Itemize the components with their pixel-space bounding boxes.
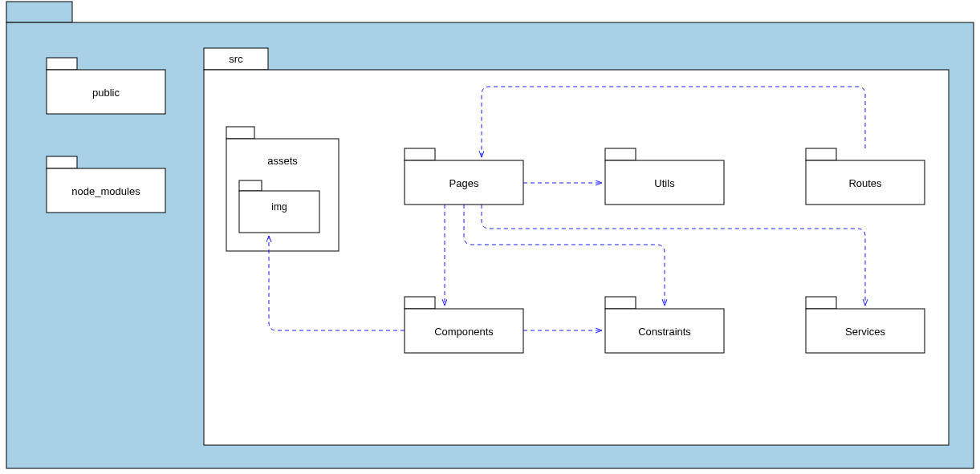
- svg-rect-14: [806, 148, 836, 160]
- project-folder-tab: [6, 2, 72, 22]
- svg-rect-20: [806, 297, 836, 309]
- svg-rect-16: [405, 297, 435, 309]
- package-assets-label: assets: [267, 155, 298, 167]
- svg-rect-18: [605, 297, 636, 309]
- svg-rect-2: [47, 156, 77, 168]
- package-utils-label: Utils: [654, 177, 675, 189]
- package-img-label: img: [271, 201, 287, 213]
- svg-rect-10: [405, 148, 435, 160]
- svg-rect-12: [605, 148, 636, 160]
- package-diagram: public node_modules src assets img Pages…: [0, 0, 980, 474]
- svg-rect-0: [47, 58, 77, 70]
- package-node-modules-label: node_modules: [71, 185, 140, 197]
- svg-rect-5: [204, 70, 949, 445]
- package-src-label: src: [229, 53, 243, 65]
- package-public-label: public: [92, 87, 120, 99]
- package-components-label: Components: [434, 326, 494, 338]
- package-services-label: Services: [845, 326, 885, 338]
- package-constraints-label: Constraints: [638, 326, 691, 338]
- package-routes-label: Routes: [848, 177, 882, 189]
- svg-rect-6: [226, 127, 254, 139]
- svg-rect-8: [239, 180, 262, 191]
- package-pages-label: Pages: [449, 177, 479, 189]
